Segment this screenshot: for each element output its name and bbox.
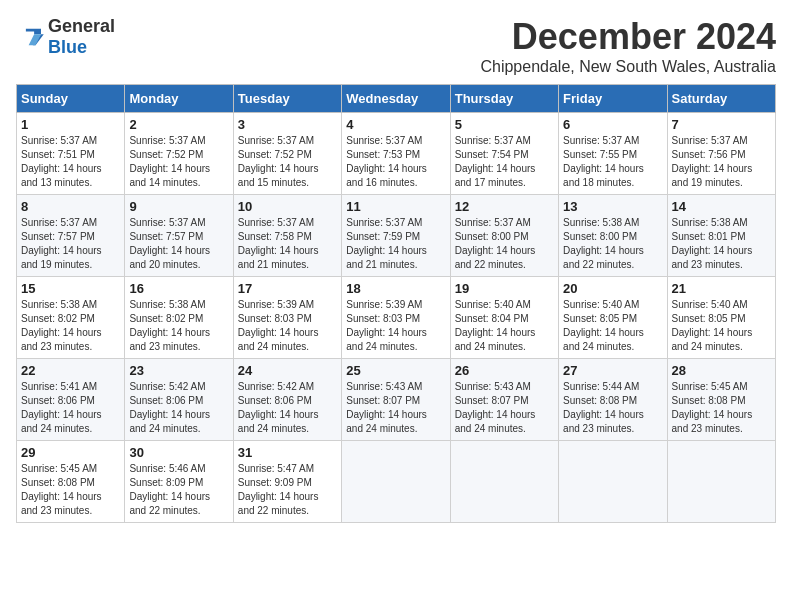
- day-number: 30: [129, 445, 228, 460]
- day-info: Sunrise: 5:37 AMSunset: 7:52 PMDaylight:…: [238, 134, 337, 190]
- table-row: 12 Sunrise: 5:37 AMSunset: 8:00 PMDaylig…: [450, 195, 558, 277]
- day-info: Sunrise: 5:37 AMSunset: 7:52 PMDaylight:…: [129, 134, 228, 190]
- day-info: Sunrise: 5:43 AMSunset: 8:07 PMDaylight:…: [455, 380, 554, 436]
- logo-blue: Blue: [48, 37, 87, 57]
- table-row: 1 Sunrise: 5:37 AMSunset: 7:51 PMDayligh…: [17, 113, 125, 195]
- table-row: 17 Sunrise: 5:39 AMSunset: 8:03 PMDaylig…: [233, 277, 341, 359]
- table-row: 30 Sunrise: 5:46 AMSunset: 8:09 PMDaylig…: [125, 441, 233, 523]
- day-number: 16: [129, 281, 228, 296]
- day-info: Sunrise: 5:39 AMSunset: 8:03 PMDaylight:…: [238, 298, 337, 354]
- day-info: Sunrise: 5:37 AMSunset: 7:54 PMDaylight:…: [455, 134, 554, 190]
- day-number: 23: [129, 363, 228, 378]
- day-number: 22: [21, 363, 120, 378]
- day-number: 10: [238, 199, 337, 214]
- table-row: 27 Sunrise: 5:44 AMSunset: 8:08 PMDaylig…: [559, 359, 667, 441]
- header-thursday: Thursday: [450, 85, 558, 113]
- day-number: 17: [238, 281, 337, 296]
- day-number: 2: [129, 117, 228, 132]
- table-row: 7 Sunrise: 5:37 AMSunset: 7:56 PMDayligh…: [667, 113, 775, 195]
- day-info: Sunrise: 5:40 AMSunset: 8:05 PMDaylight:…: [672, 298, 771, 354]
- calendar-week-row: 29 Sunrise: 5:45 AMSunset: 8:08 PMDaylig…: [17, 441, 776, 523]
- day-info: Sunrise: 5:37 AMSunset: 7:57 PMDaylight:…: [129, 216, 228, 272]
- day-number: 3: [238, 117, 337, 132]
- table-row: [667, 441, 775, 523]
- table-row: 9 Sunrise: 5:37 AMSunset: 7:57 PMDayligh…: [125, 195, 233, 277]
- table-row: 4 Sunrise: 5:37 AMSunset: 7:53 PMDayligh…: [342, 113, 450, 195]
- day-number: 18: [346, 281, 445, 296]
- header-wednesday: Wednesday: [342, 85, 450, 113]
- day-info: Sunrise: 5:37 AMSunset: 7:57 PMDaylight:…: [21, 216, 120, 272]
- day-info: Sunrise: 5:44 AMSunset: 8:08 PMDaylight:…: [563, 380, 662, 436]
- day-number: 26: [455, 363, 554, 378]
- table-row: 6 Sunrise: 5:37 AMSunset: 7:55 PMDayligh…: [559, 113, 667, 195]
- table-row: 15 Sunrise: 5:38 AMSunset: 8:02 PMDaylig…: [17, 277, 125, 359]
- logo-icon: [16, 26, 44, 48]
- day-info: Sunrise: 5:37 AMSunset: 7:56 PMDaylight:…: [672, 134, 771, 190]
- day-number: 31: [238, 445, 337, 460]
- table-row: 16 Sunrise: 5:38 AMSunset: 8:02 PMDaylig…: [125, 277, 233, 359]
- day-info: Sunrise: 5:47 AMSunset: 9:09 PMDaylight:…: [238, 462, 337, 518]
- day-number: 12: [455, 199, 554, 214]
- header-saturday: Saturday: [667, 85, 775, 113]
- table-row: 10 Sunrise: 5:37 AMSunset: 7:58 PMDaylig…: [233, 195, 341, 277]
- day-info: Sunrise: 5:45 AMSunset: 8:08 PMDaylight:…: [21, 462, 120, 518]
- day-number: 8: [21, 199, 120, 214]
- logo-text: General Blue: [48, 16, 115, 58]
- table-row: 11 Sunrise: 5:37 AMSunset: 7:59 PMDaylig…: [342, 195, 450, 277]
- table-row: [559, 441, 667, 523]
- day-number: 27: [563, 363, 662, 378]
- day-number: 21: [672, 281, 771, 296]
- day-number: 7: [672, 117, 771, 132]
- month-title: December 2024: [480, 16, 776, 58]
- table-row: 24 Sunrise: 5:42 AMSunset: 8:06 PMDaylig…: [233, 359, 341, 441]
- day-number: 13: [563, 199, 662, 214]
- table-row: 31 Sunrise: 5:47 AMSunset: 9:09 PMDaylig…: [233, 441, 341, 523]
- table-row: 21 Sunrise: 5:40 AMSunset: 8:05 PMDaylig…: [667, 277, 775, 359]
- location-title: Chippendale, New South Wales, Australia: [480, 58, 776, 76]
- table-row: 14 Sunrise: 5:38 AMSunset: 8:01 PMDaylig…: [667, 195, 775, 277]
- table-row: 18 Sunrise: 5:39 AMSunset: 8:03 PMDaylig…: [342, 277, 450, 359]
- day-number: 28: [672, 363, 771, 378]
- day-number: 25: [346, 363, 445, 378]
- table-row: [450, 441, 558, 523]
- table-row: 2 Sunrise: 5:37 AMSunset: 7:52 PMDayligh…: [125, 113, 233, 195]
- table-row: 29 Sunrise: 5:45 AMSunset: 8:08 PMDaylig…: [17, 441, 125, 523]
- day-info: Sunrise: 5:38 AMSunset: 8:02 PMDaylight:…: [21, 298, 120, 354]
- day-info: Sunrise: 5:37 AMSunset: 8:00 PMDaylight:…: [455, 216, 554, 272]
- table-row: [342, 441, 450, 523]
- table-row: 5 Sunrise: 5:37 AMSunset: 7:54 PMDayligh…: [450, 113, 558, 195]
- day-number: 1: [21, 117, 120, 132]
- weekday-header-row: Sunday Monday Tuesday Wednesday Thursday…: [17, 85, 776, 113]
- header-sunday: Sunday: [17, 85, 125, 113]
- table-row: 22 Sunrise: 5:41 AMSunset: 8:06 PMDaylig…: [17, 359, 125, 441]
- table-row: 28 Sunrise: 5:45 AMSunset: 8:08 PMDaylig…: [667, 359, 775, 441]
- day-number: 4: [346, 117, 445, 132]
- day-number: 5: [455, 117, 554, 132]
- day-info: Sunrise: 5:39 AMSunset: 8:03 PMDaylight:…: [346, 298, 445, 354]
- table-row: 19 Sunrise: 5:40 AMSunset: 8:04 PMDaylig…: [450, 277, 558, 359]
- calendar-week-row: 1 Sunrise: 5:37 AMSunset: 7:51 PMDayligh…: [17, 113, 776, 195]
- calendar-table: Sunday Monday Tuesday Wednesday Thursday…: [16, 84, 776, 523]
- table-row: 8 Sunrise: 5:37 AMSunset: 7:57 PMDayligh…: [17, 195, 125, 277]
- table-row: 20 Sunrise: 5:40 AMSunset: 8:05 PMDaylig…: [559, 277, 667, 359]
- logo-general: General: [48, 16, 115, 36]
- day-info: Sunrise: 5:38 AMSunset: 8:00 PMDaylight:…: [563, 216, 662, 272]
- day-info: Sunrise: 5:43 AMSunset: 8:07 PMDaylight:…: [346, 380, 445, 436]
- day-info: Sunrise: 5:42 AMSunset: 8:06 PMDaylight:…: [238, 380, 337, 436]
- day-number: 20: [563, 281, 662, 296]
- header-tuesday: Tuesday: [233, 85, 341, 113]
- day-info: Sunrise: 5:42 AMSunset: 8:06 PMDaylight:…: [129, 380, 228, 436]
- day-info: Sunrise: 5:40 AMSunset: 8:04 PMDaylight:…: [455, 298, 554, 354]
- table-row: 3 Sunrise: 5:37 AMSunset: 7:52 PMDayligh…: [233, 113, 341, 195]
- table-row: 13 Sunrise: 5:38 AMSunset: 8:00 PMDaylig…: [559, 195, 667, 277]
- day-info: Sunrise: 5:45 AMSunset: 8:08 PMDaylight:…: [672, 380, 771, 436]
- day-info: Sunrise: 5:38 AMSunset: 8:02 PMDaylight:…: [129, 298, 228, 354]
- calendar-week-row: 8 Sunrise: 5:37 AMSunset: 7:57 PMDayligh…: [17, 195, 776, 277]
- day-info: Sunrise: 5:40 AMSunset: 8:05 PMDaylight:…: [563, 298, 662, 354]
- calendar-week-row: 15 Sunrise: 5:38 AMSunset: 8:02 PMDaylig…: [17, 277, 776, 359]
- day-info: Sunrise: 5:37 AMSunset: 7:58 PMDaylight:…: [238, 216, 337, 272]
- table-row: 25 Sunrise: 5:43 AMSunset: 8:07 PMDaylig…: [342, 359, 450, 441]
- day-number: 29: [21, 445, 120, 460]
- title-area: December 2024 Chippendale, New South Wal…: [480, 16, 776, 76]
- day-number: 14: [672, 199, 771, 214]
